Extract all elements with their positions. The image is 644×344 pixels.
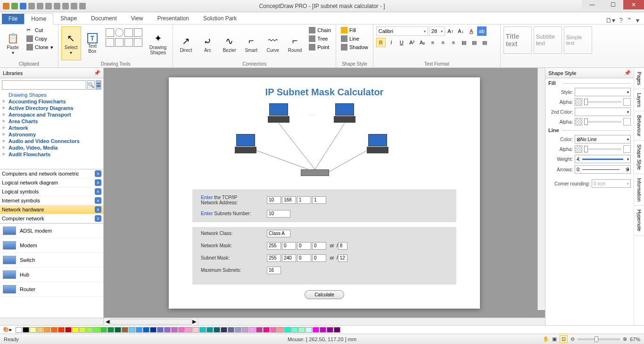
tree-item[interactable]: Accounting Flowcharts (0, 98, 103, 105)
library-search-input[interactable] (2, 80, 86, 90)
color-swatch[interactable] (79, 327, 86, 333)
color2-select[interactable] (575, 108, 631, 116)
linealpha-swatch[interactable] (575, 145, 582, 153)
color-swatch[interactable] (37, 327, 43, 333)
tab-behaviour[interactable]: Behaviour (634, 111, 644, 141)
direct-button[interactable]: ↗Direct (176, 26, 196, 60)
color-swatch[interactable] (249, 327, 256, 333)
computer-icon[interactable] (268, 103, 289, 123)
arc-button[interactable]: ⤾Arc (198, 26, 217, 60)
font-select[interactable]: Calibri (376, 26, 428, 36)
style-subtitle[interactable]: Subtitle text (534, 26, 562, 54)
drawing-shapes-button[interactable]: ✦Drawing Shapes (146, 26, 170, 60)
color-swatch[interactable] (256, 327, 263, 333)
color-swatch[interactable] (284, 327, 291, 333)
color-swatch[interactable] (51, 327, 58, 333)
ip-octet-4[interactable] (312, 196, 326, 204)
qat-icon[interactable] (45, 3, 52, 9)
tree-item[interactable]: Astronomy (0, 131, 103, 138)
grow-font-button[interactable]: A↑ (446, 26, 455, 36)
tree-item[interactable]: Audio and Video Connectors (0, 138, 103, 144)
color-swatch[interactable] (298, 327, 305, 333)
shape-item[interactable]: ADSL modem (0, 224, 103, 238)
weight-select[interactable]: 4: (575, 155, 631, 163)
server-icon[interactable] (301, 169, 329, 176)
open-lib-item[interactable]: Logical network diagram× (0, 178, 103, 187)
color-swatch[interactable] (277, 327, 284, 333)
clone-button[interactable]: Clone ▾ (25, 43, 55, 51)
color-swatch[interactable] (313, 327, 319, 333)
file-tab[interactable]: File (2, 14, 24, 24)
zoom-in-button[interactable]: ⊕ (623, 336, 627, 342)
color-swatch[interactable] (242, 327, 248, 333)
alpha-slider[interactable] (584, 101, 621, 103)
italic-button[interactable]: I (387, 38, 396, 47)
color-swatch[interactable] (228, 327, 234, 333)
computer-icon[interactable] (235, 134, 256, 154)
shape-bezier-icon[interactable] (134, 28, 142, 37)
shape-item[interactable]: Modem (0, 238, 103, 253)
tree-item[interactable]: Artwork (0, 125, 103, 131)
qat-icon[interactable] (71, 3, 77, 9)
style-simple[interactable]: Simple text (564, 26, 592, 54)
alpha-swatch[interactable] (575, 98, 582, 106)
tab-home[interactable]: Home (24, 13, 53, 25)
tree-button[interactable]: Tree (307, 35, 333, 42)
valign-top-button[interactable]: ▤ (459, 38, 469, 47)
bezier-button[interactable]: ∿Bezier (219, 26, 239, 60)
color-swatch[interactable] (44, 327, 50, 333)
help-icon[interactable]: ? (619, 17, 623, 24)
color-swatch[interactable] (164, 327, 171, 333)
shape-spline-icon[interactable] (134, 38, 142, 47)
linecolor-select[interactable]: ⊠ No Line (575, 135, 631, 143)
ip-octet-2[interactable] (282, 196, 296, 204)
color-swatch[interactable] (58, 327, 65, 333)
tab-information[interactable]: Information (634, 174, 644, 206)
valign-bot-button[interactable]: ▤ (480, 38, 489, 47)
close-icon[interactable]: × (95, 197, 101, 204)
alpha2-swatch[interactable] (575, 118, 582, 126)
shape-line-icon[interactable] (124, 28, 133, 37)
color-swatch[interactable] (291, 327, 298, 333)
tab-hypernote[interactable]: Hypernote (634, 206, 644, 235)
shape-rect-icon[interactable] (106, 28, 114, 37)
color-swatch[interactable] (305, 327, 312, 333)
tab-presentation[interactable]: Presentation (150, 13, 196, 24)
collapse-icon[interactable]: ⌃ (627, 17, 632, 24)
color-swatch[interactable] (93, 327, 100, 333)
close-icon[interactable]: × (95, 179, 101, 186)
alpha2-slider[interactable] (584, 121, 621, 123)
computer-icon[interactable] (334, 103, 355, 123)
color-swatch[interactable] (136, 327, 142, 333)
rounding-input[interactable]: 0 mm (592, 179, 631, 188)
cut-button[interactable]: ✂Cut (25, 26, 55, 34)
open-lib-item[interactable]: Internet symbols× (0, 196, 103, 205)
document-page[interactable]: IP Subnet Mask Calculator ◦ ◦ ◦ (169, 77, 480, 309)
color-swatch[interactable] (65, 327, 72, 333)
color-swatch[interactable] (72, 327, 79, 333)
color-swatch[interactable] (192, 327, 199, 333)
tree-item[interactable]: Aerospace and Transport (0, 111, 103, 118)
qat-icon[interactable] (54, 3, 60, 9)
library-tree[interactable]: Drawing Shapes Accounting Flowcharts Act… (0, 92, 103, 169)
tree-item[interactable]: Drawing Shapes (0, 92, 103, 98)
minimize-button[interactable]: — (582, 0, 603, 9)
shape-list[interactable]: ADSL modem Modem Switch Hub Router (0, 224, 103, 318)
tab-shapestyle[interactable]: Shape Style (634, 141, 644, 174)
linealpha-slider[interactable] (584, 148, 621, 150)
sub-button[interactable]: A₂ (418, 38, 427, 47)
color-swatch[interactable] (107, 327, 114, 333)
align-right-button[interactable]: ≡ (449, 38, 458, 47)
pin-icon[interactable]: 📌 (94, 70, 100, 76)
opts-icon[interactable]: ▾ (636, 17, 639, 24)
qat-icon[interactable] (28, 3, 35, 9)
vertical-scrollbar[interactable] (537, 68, 545, 310)
color-swatch[interactable] (150, 327, 157, 333)
tab-layers[interactable]: Layers (634, 89, 644, 111)
library-view-button[interactable]: ☰ (96, 80, 101, 90)
close-icon[interactable]: × (95, 170, 101, 177)
left-hscroll[interactable] (0, 318, 103, 325)
zoom-out-button[interactable]: ⊖ (570, 336, 575, 342)
align-center-button[interactable]: ≡ (438, 38, 448, 47)
super-button[interactable]: A² (407, 38, 417, 47)
